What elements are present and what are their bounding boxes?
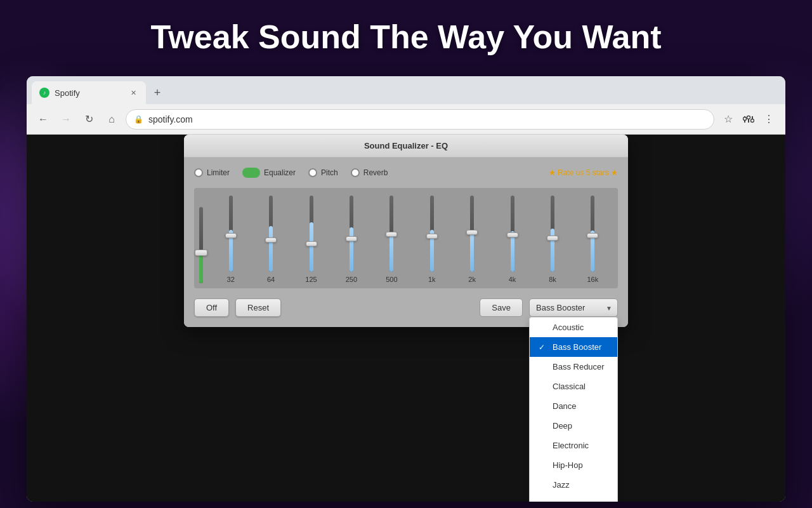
- band-thumb-16k[interactable]: [587, 233, 598, 238]
- band-label-8k: 8k: [549, 276, 556, 283]
- band-fill-500: [390, 232, 393, 272]
- preset-option-jazz[interactable]: Jazz: [530, 475, 617, 495]
- band-thumb-4k[interactable]: [507, 232, 518, 237]
- address-bar[interactable]: 🔒 spotify.com: [126, 109, 714, 130]
- equalizer-group: Equalizer: [242, 168, 296, 178]
- band-label-1k: 1k: [428, 276, 436, 283]
- tab-close-button[interactable]: ✕: [128, 88, 138, 98]
- preset-option-label: Acoustic: [553, 323, 584, 332]
- band-track-2k[interactable]: [470, 196, 474, 272]
- eq-band-4k[interactable]: 4k: [492, 196, 532, 283]
- preset-option-dance[interactable]: Dance: [530, 396, 617, 416]
- limiter-radio[interactable]: [194, 168, 203, 177]
- reverb-radio[interactable]: [351, 168, 360, 177]
- preset-option-acoustic[interactable]: Acoustic: [530, 318, 617, 337]
- preset-option-label: Latin: [553, 500, 570, 502]
- eq-bottom-row: Off Reset Save Bass Booster ▼ Acoustic ✓…: [194, 298, 618, 317]
- band-thumb-2k[interactable]: [466, 230, 478, 235]
- reload-button[interactable]: ↻: [80, 110, 98, 128]
- band-fill-2k: [470, 234, 474, 272]
- band-thumb-250[interactable]: [346, 236, 357, 241]
- eq-band-16k[interactable]: 16k: [573, 196, 613, 283]
- eq-band-32[interactable]: 32: [211, 196, 251, 283]
- bookmark-button[interactable]: ☆: [719, 110, 737, 128]
- band-thumb-125[interactable]: [306, 241, 317, 246]
- limiter-label: Limiter: [207, 168, 230, 177]
- pitch-group: Pitch: [308, 168, 338, 177]
- band-label-250: 250: [346, 276, 357, 283]
- check-icon: ✓: [539, 343, 547, 352]
- band-track-125[interactable]: [310, 196, 313, 272]
- preset-option-bass-booster[interactable]: ✓ Bass Booster: [530, 337, 617, 357]
- forward-button[interactable]: →: [57, 110, 75, 128]
- preset-option-bass-reducer[interactable]: Bass Reducer: [530, 357, 617, 377]
- eq-settings-button[interactable]: [740, 110, 757, 128]
- page-content: Sound Equalizer - EQ Limiter Equalizer P…: [27, 135, 785, 502]
- eq-band-2k[interactable]: 2k: [452, 196, 492, 283]
- band-track-500[interactable]: [390, 196, 393, 272]
- equalizer-label: Equalizer: [264, 168, 296, 177]
- master-fill: [199, 253, 203, 283]
- band-thumb-64[interactable]: [265, 237, 277, 243]
- svg-point-5: [751, 119, 754, 122]
- pitch-radio[interactable]: [308, 168, 317, 177]
- band-thumb-1k[interactable]: [426, 234, 438, 239]
- preset-option-deep[interactable]: Deep: [530, 416, 617, 436]
- band-thumb-32[interactable]: [225, 233, 237, 238]
- home-button[interactable]: ⌂: [103, 110, 121, 128]
- rate-stars[interactable]: ★ Rate us 5 stars ★: [549, 168, 618, 177]
- eq-dialog: Sound Equalizer - EQ Limiter Equalizer P…: [184, 135, 628, 327]
- band-track-1k[interactable]: [430, 196, 434, 272]
- band-track-250[interactable]: [350, 196, 353, 272]
- band-track-4k[interactable]: [511, 196, 514, 272]
- svg-point-1: [743, 117, 747, 120]
- master-track[interactable]: [199, 207, 203, 283]
- tab-bar: Spotify ✕ +: [27, 76, 785, 104]
- reset-button[interactable]: Reset: [235, 298, 281, 317]
- preset-option-label: Bass Reducer: [553, 362, 605, 371]
- band-thumb-8k[interactable]: [547, 236, 558, 241]
- reverb-group: Reverb: [351, 168, 388, 177]
- band-track-64[interactable]: [269, 196, 273, 272]
- preset-selected-label: Bass Booster: [536, 303, 585, 312]
- off-button[interactable]: Off: [194, 298, 229, 317]
- new-tab-button[interactable]: +: [148, 84, 166, 102]
- preset-option-electronic[interactable]: Electronic: [530, 436, 617, 455]
- nav-actions: ☆ ⋮: [719, 110, 778, 128]
- preset-dropdown[interactable]: Bass Booster ▼: [529, 298, 618, 317]
- band-thumb-500[interactable]: [386, 232, 397, 237]
- tab-title: Spotify: [55, 88, 123, 98]
- master-slider[interactable]: [199, 207, 203, 283]
- preset-option-hip-hop[interactable]: Hip-Hop: [530, 455, 617, 475]
- eq-band-500[interactable]: 500: [372, 196, 412, 283]
- preset-option-label: Dance: [553, 401, 577, 411]
- eq-controls-row: Limiter Equalizer Pitch Reverb ★ Rate: [194, 168, 618, 178]
- preset-option-classical[interactable]: Classical: [530, 377, 617, 396]
- band-track-16k[interactable]: [591, 196, 594, 272]
- eq-band-125[interactable]: 125: [291, 196, 331, 283]
- eq-band-1k[interactable]: 1k: [412, 196, 452, 283]
- menu-button[interactable]: ⋮: [760, 110, 778, 128]
- browser-window: Spotify ✕ + ← → ↻ ⌂ 🔒 spotify.com ☆: [27, 76, 785, 502]
- active-tab[interactable]: Spotify ✕: [32, 81, 146, 104]
- band-track-32[interactable]: [229, 196, 233, 272]
- eq-title: Sound Equalizer - EQ: [184, 135, 628, 157]
- preset-option-latin[interactable]: Latin: [530, 495, 617, 502]
- eq-band-64[interactable]: 64: [251, 196, 291, 283]
- eq-band-250[interactable]: 250: [331, 196, 371, 283]
- band-fill-250: [350, 227, 353, 272]
- preset-option-label: Electronic: [553, 441, 589, 450]
- preset-option-label: Hip-Hop: [553, 460, 583, 470]
- save-button[interactable]: Save: [480, 298, 523, 317]
- master-thumb[interactable]: [195, 250, 207, 256]
- band-fill-125: [310, 222, 313, 272]
- equalizer-toggle[interactable]: [242, 168, 260, 178]
- svg-point-3: [747, 116, 750, 119]
- nav-bar: ← → ↻ ⌂ 🔒 spotify.com ☆ ⋮: [27, 104, 785, 135]
- back-button[interactable]: ←: [34, 110, 52, 128]
- band-track-8k[interactable]: [551, 196, 554, 272]
- limiter-group: Limiter: [194, 168, 230, 177]
- eq-band-8k[interactable]: 8k: [532, 196, 572, 283]
- band-label-32: 32: [227, 276, 235, 283]
- preset-option-label: Deep: [553, 421, 572, 431]
